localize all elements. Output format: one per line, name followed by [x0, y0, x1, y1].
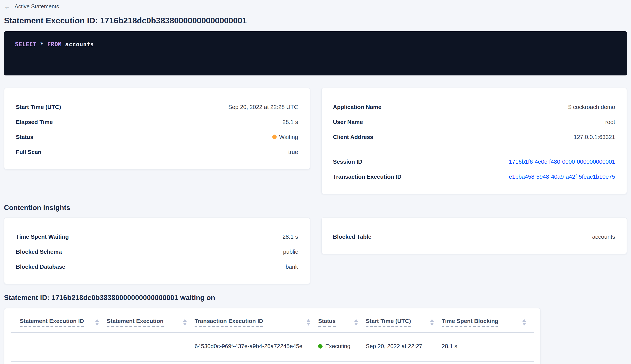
- sort-icon[interactable]: [307, 319, 310, 326]
- user-name-value: root: [605, 118, 615, 125]
- summary-cards-row: Start Time (UTC) Sep 20, 2022 at 22:28 U…: [4, 88, 627, 194]
- elapsed-time-value: 28.1 s: [282, 118, 298, 125]
- arrow-left-icon: ←: [4, 3, 10, 10]
- status-badge: Waiting: [272, 134, 298, 140]
- contention-cards-row: Time Spent Waiting 28.1 s Blocked Schema…: [4, 218, 627, 284]
- sort-icon[interactable]: [95, 319, 99, 326]
- contention-waiting-card: Time Spent Waiting 28.1 s Blocked Schema…: [4, 218, 310, 284]
- cell-status: Executing: [318, 332, 366, 361]
- client-address-value: 127.0.0.1:63321: [574, 134, 615, 140]
- caret-up-icon: [307, 319, 310, 322]
- transaction-execution-id-label: Transaction Execution ID: [333, 173, 402, 180]
- session-row-application-name: Application Name $ cockroach demo: [333, 99, 615, 114]
- session-row-user-name: User Name root: [333, 114, 615, 129]
- session-row-client-address: Client Address 127.0.0.1:63321: [333, 129, 615, 144]
- caret-down-icon: [183, 323, 187, 326]
- start-time-value: Sep 20, 2022 at 22:28 UTC: [228, 104, 298, 110]
- status-value: Waiting: [279, 134, 298, 140]
- back-link[interactable]: ← Active Statements: [4, 0, 627, 10]
- overview-row-status: Status Waiting: [16, 129, 298, 144]
- waiting-on-heading: Statement ID: 1716b218dc0b38380000000000…: [4, 294, 627, 302]
- sql-statement-box: SELECT * FROM accounts: [4, 31, 627, 76]
- sort-icon[interactable]: [522, 319, 526, 326]
- full-scan-value: true: [288, 148, 298, 155]
- contention-row-time-spent-waiting: Time Spent Waiting 28.1 s: [16, 229, 298, 244]
- session-row-transaction-execution-id: Transaction Execution ID e1bba458-5948-4…: [333, 169, 615, 184]
- time-spent-waiting-value: 28.1 s: [282, 233, 298, 240]
- waiting-on-table: Statement Execution ID Statement Executi…: [10, 308, 534, 362]
- statement-execution-details-page: ← Active Statements Statement Execution …: [0, 0, 631, 364]
- sql-text: *: [36, 41, 48, 48]
- column-header-transaction-execution-id[interactable]: Transaction Execution ID: [194, 308, 318, 332]
- start-time-label: Start Time (UTC): [16, 104, 61, 110]
- time-spent-waiting-label: Time Spent Waiting: [16, 233, 69, 240]
- contention-row-blocked-schema: Blocked Schema public: [16, 244, 298, 259]
- overview-row-start-time: Start Time (UTC) Sep 20, 2022 at 22:28 U…: [16, 99, 298, 114]
- blocked-schema-value: public: [283, 248, 298, 255]
- caret-down-icon: [307, 323, 310, 326]
- status-text: Executing: [325, 343, 350, 350]
- overview-row-elapsed-time: Elapsed Time 28.1 s: [16, 114, 298, 129]
- caret-up-icon: [95, 319, 99, 322]
- cell-transaction-execution-id: 64530d0c-969f-437e-a9b4-26a72245e45e: [194, 332, 318, 361]
- card-divider: [333, 149, 615, 149]
- sql-keyword: FROM: [47, 41, 62, 48]
- blocked-table-label: Blocked Table: [333, 233, 371, 240]
- page-title: Statement Execution ID: 1716b218dc0b3838…: [4, 16, 627, 26]
- column-header-time-spent-blocking[interactable]: Time Spent Blocking: [442, 308, 534, 332]
- session-card: Application Name $ cockroach demo User N…: [321, 88, 627, 194]
- table-header-row: Statement Execution ID Statement Executi…: [10, 308, 534, 332]
- back-link-label: Active Statements: [14, 3, 59, 10]
- blocked-table-value: accounts: [592, 233, 615, 240]
- application-name-value: $ cockroach demo: [568, 104, 615, 110]
- user-name-label: User Name: [333, 118, 363, 125]
- caret-down-icon: [354, 323, 358, 326]
- session-id-label: Session ID: [333, 158, 362, 165]
- cell-statement-execution-id: [10, 332, 107, 361]
- overview-row-full-scan: Full Scan true: [16, 144, 298, 159]
- caret-down-icon: [522, 323, 526, 326]
- overview-card: Start Time (UTC) Sep 20, 2022 at 22:28 U…: [4, 88, 310, 170]
- cell-time-spent-blocking: 28.1 s: [442, 332, 534, 361]
- sort-icon[interactable]: [430, 319, 434, 326]
- cell-start-time: Sep 20, 2022 at 22:27: [366, 332, 442, 361]
- session-id-link[interactable]: 1716b1f6-4e0c-f480-0000-000000000001: [509, 158, 615, 165]
- caret-up-icon: [522, 319, 526, 322]
- transaction-execution-id-link[interactable]: e1bba458-5948-40a9-a42f-5feac1b10e75: [509, 173, 615, 180]
- contention-row-blocked-table: Blocked Table accounts: [333, 229, 615, 244]
- column-header-statement-execution-id[interactable]: Statement Execution ID: [10, 308, 107, 332]
- full-scan-label: Full Scan: [16, 148, 42, 155]
- blocked-schema-label: Blocked Schema: [16, 248, 62, 255]
- client-address-label: Client Address: [333, 134, 373, 140]
- sort-icon[interactable]: [354, 319, 358, 326]
- caret-down-icon: [430, 323, 434, 326]
- app-viewport: ← Active Statements Statement Execution …: [0, 0, 631, 364]
- caret-up-icon: [430, 319, 434, 322]
- blocked-database-label: Blocked Database: [16, 263, 65, 270]
- caret-up-icon: [183, 319, 187, 322]
- sort-icon[interactable]: [183, 319, 187, 326]
- cell-statement-execution: [107, 332, 194, 361]
- sql-text: accounts: [62, 41, 94, 48]
- contention-insights-heading: Contention Insights: [4, 204, 627, 212]
- caret-down-icon: [95, 323, 99, 326]
- column-header-statement-execution[interactable]: Statement Execution: [107, 308, 194, 332]
- contention-row-blocked-database: Blocked Database bank: [16, 259, 298, 274]
- blocked-database-value: bank: [286, 263, 298, 270]
- sql-keyword: SELECT: [15, 41, 36, 48]
- column-header-status[interactable]: Status: [318, 308, 366, 332]
- table-row: 64530d0c-969f-437e-a9b4-26a72245e45e Exe…: [10, 332, 534, 361]
- contention-blocked-table-card: Blocked Table accounts: [321, 218, 627, 254]
- status-label: Status: [16, 134, 33, 140]
- elapsed-time-label: Elapsed Time: [16, 118, 53, 125]
- waiting-on-table-card: Statement Execution ID Statement Executi…: [4, 308, 540, 364]
- waiting-status-dot-icon: [272, 134, 276, 139]
- caret-up-icon: [354, 319, 358, 322]
- sql-statement: SELECT * FROM accounts: [15, 41, 616, 48]
- application-name-label: Application Name: [333, 104, 382, 110]
- session-row-session-id: Session ID 1716b1f6-4e0c-f480-0000-00000…: [333, 154, 615, 169]
- executing-status-dot-icon: [318, 344, 322, 348]
- column-header-start-time[interactable]: Start Time (UTC): [366, 308, 442, 332]
